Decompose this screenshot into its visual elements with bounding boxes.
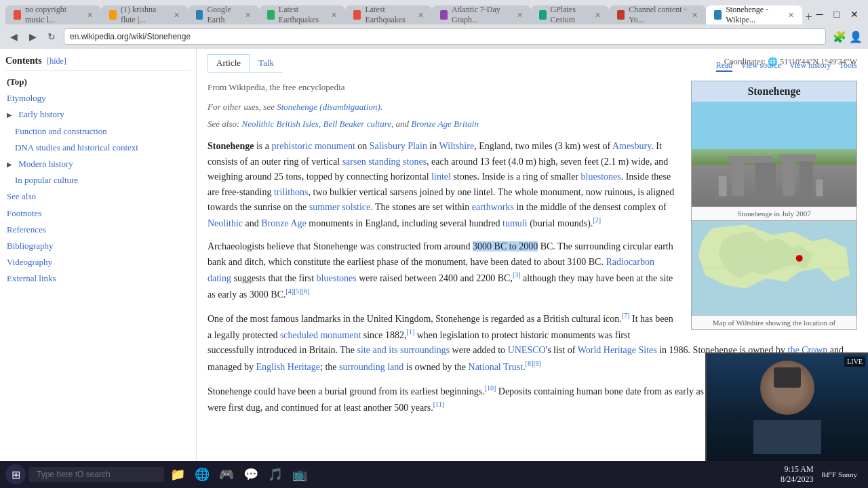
url-field[interactable] [64, 28, 826, 45]
tab-talk[interactable]: Talk [250, 54, 283, 72]
webcam-body [753, 420, 821, 454]
tab-1[interactable]: no copyright music l... ✕ [5, 5, 101, 24]
toc-item-popular-culture[interactable]: In popular culture [5, 172, 191, 188]
radiocarbon-link[interactable]: Radiocarbon dating [208, 257, 654, 283]
salisbury-link[interactable]: Salisbury Plain [370, 141, 427, 151]
tab-8-close[interactable]: ✕ [692, 11, 698, 20]
lintel-link[interactable]: lintel [431, 171, 451, 182]
table-of-contents: Contents [hide] (Top) Etymology ▶ Early … [0, 49, 197, 464]
bluestones-link[interactable]: bluestones [581, 171, 621, 182]
disambiguation-link[interactable]: Stonehenge (disambiguation) [277, 102, 380, 112]
bluestones-link2[interactable]: bluestones [317, 273, 357, 283]
forward-button[interactable]: ▶ [24, 28, 41, 45]
tab-9[interactable]: Stonehenge - Wikipe... ✕ [706, 5, 802, 24]
tab-6-close[interactable]: ✕ [517, 11, 523, 20]
window-controls: ─ □ ✕ [812, 7, 863, 24]
profile-icon[interactable]: 👤 [849, 30, 863, 43]
infobox-image [692, 102, 856, 207]
toc-title: Contents [hide] [5, 56, 191, 66]
toc-item-see-also[interactable]: See also [5, 188, 191, 205]
browser-toolbar: 🧩 👤 [833, 30, 863, 43]
tab-article[interactable]: Article [208, 54, 250, 72]
tab-1-label: no copyright music l... [25, 5, 83, 25]
svg-rect-0 [732, 159, 745, 197]
toc-item-videography[interactable]: Videography [5, 254, 191, 270]
tab-6-label: Atlantic 7-Day Graph... [452, 5, 513, 25]
summer-solstice-link[interactable]: summer solstice [309, 202, 371, 212]
tumuli-link[interactable]: tumuli [502, 218, 528, 228]
amesbury-link[interactable]: Amesbury [612, 141, 651, 151]
neolithic-link2[interactable]: Neolithic [208, 218, 243, 228]
national-trust-link[interactable]: National Trust [469, 361, 524, 371]
toc-item-top[interactable]: (Top) [5, 74, 191, 90]
surrounding-land-link[interactable]: surrounding land [339, 361, 403, 371]
world-heritage-link[interactable]: World Heritage Sites [578, 345, 657, 355]
early-history-chevron: ▶ [7, 110, 16, 120]
bronze-age-link2[interactable]: Bronze Age [261, 218, 306, 228]
highlight-dates: 3000 BC to 2000 [473, 241, 538, 251]
tab-9-favicon [714, 10, 722, 20]
tab-3-favicon [196, 10, 203, 20]
extensions-icon[interactable]: 🧩 [833, 30, 846, 43]
tab-4-favicon [267, 10, 275, 20]
neolithic-link[interactable]: Neolithic British Isles [242, 119, 319, 129]
toc-item-dna[interactable]: DNA studies and historical context [5, 140, 191, 156]
tab-2[interactable]: (1) krishna flute |... ✕ [101, 5, 188, 24]
tab-2-label: (1) krishna flute |... [121, 5, 170, 25]
tab-5-favicon [353, 10, 361, 20]
toc-item-function[interactable]: Function and construction [5, 123, 191, 140]
scheduled-monument-link[interactable]: scheduled monument [280, 330, 361, 340]
tab-8[interactable]: Channel content - Yo... ✕ [609, 5, 706, 24]
earthworks-link[interactable]: earthworks [472, 202, 514, 212]
site-surroundings-link[interactable]: site and its surroundings [357, 345, 450, 355]
tab-1-favicon [14, 10, 21, 20]
tab-6[interactable]: Atlantic 7-Day Graph... ✕ [432, 5, 531, 24]
toc-divider [5, 70, 191, 71]
trilithons-link[interactable]: trilithons [274, 187, 309, 197]
tab-5-close[interactable]: ✕ [418, 11, 424, 20]
webcam-person-head [760, 361, 814, 415]
back-button[interactable]: ◀ [5, 28, 22, 45]
tab-4[interactable]: Latest Earthquakes ✕ [259, 5, 346, 24]
tab-8-label: Channel content - Yo... [629, 5, 688, 25]
map-svg [692, 221, 856, 316]
toc-item-modern-history[interactable]: ▶ Modern history [5, 156, 191, 172]
coordinates: Coordinates: 🌐 51°10′44″N 1°49′34″W [724, 57, 857, 67]
sarsen-link[interactable]: sarsen standing stones [342, 157, 427, 167]
tab-7[interactable]: GPlates Cesium ✕ [531, 5, 610, 24]
tab-1-close[interactable]: ✕ [87, 11, 93, 20]
article-tabs: Article Talk [208, 49, 283, 73]
unesco-link[interactable]: UNESCO [508, 345, 546, 355]
tab-9-close[interactable]: ✕ [788, 11, 794, 20]
wiltshire-link[interactable]: Wiltshire [439, 141, 475, 151]
toc-item-references[interactable]: References [5, 222, 191, 238]
tab-3[interactable]: Google Earth ✕ [188, 5, 259, 24]
toc-hide-button[interactable]: [hide] [47, 56, 66, 66]
new-tab-button[interactable]: + [805, 10, 812, 24]
bell-beaker-link[interactable]: Bell Beaker culture [323, 119, 391, 129]
maximize-button[interactable]: □ [830, 8, 844, 22]
tab-4-close[interactable]: ✕ [331, 11, 337, 20]
prehistoric-monument-link[interactable]: prehistoric monument [272, 141, 355, 151]
toc-item-footnotes[interactable]: Footnotes [5, 205, 191, 222]
svg-rect-5 [779, 155, 816, 161]
tab-8-favicon [617, 10, 625, 20]
toc-item-bibliography[interactable]: Bibliography [5, 238, 191, 254]
toc-item-etymology[interactable]: Etymology [5, 90, 191, 106]
tab-5[interactable]: Latest Earthquakes ✕ [345, 5, 432, 24]
english-heritage-link[interactable]: English Heritage [256, 361, 320, 371]
toc-item-early-history[interactable]: ▶ Early history [5, 106, 191, 123]
tab-7-close[interactable]: ✕ [595, 11, 601, 20]
tab-3-close[interactable]: ✕ [245, 11, 251, 20]
close-button[interactable]: ✕ [846, 7, 863, 22]
tab-2-close[interactable]: ✕ [174, 11, 180, 20]
bronze-age-link[interactable]: Bronze Age Britain [411, 119, 479, 129]
svg-rect-3 [783, 157, 795, 197]
infobox-image-caption: Stonehenge in July 2007 [692, 207, 856, 221]
toc-item-external-links[interactable]: External links [5, 270, 191, 287]
reload-button[interactable]: ↻ [43, 28, 60, 45]
minimize-button[interactable]: ─ [812, 8, 827, 22]
tab-3-label: Google Earth [207, 5, 240, 25]
tab-9-label: Stonehenge - Wikipe... [726, 5, 784, 25]
infobox: Stonehenge [691, 81, 857, 330]
